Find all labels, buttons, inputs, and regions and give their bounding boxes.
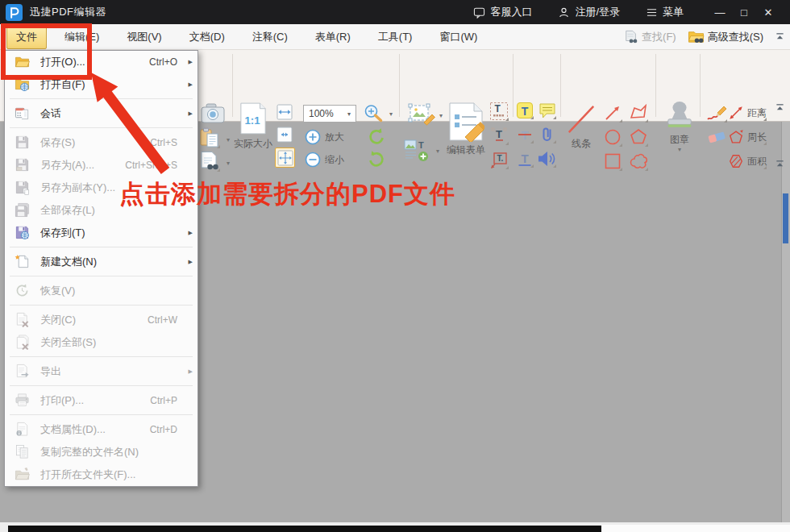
save-copy-icon (15, 180, 32, 196)
menubar-item-document[interactable]: 文档(D) (180, 25, 235, 49)
maximize-button[interactable]: □ (732, 6, 756, 19)
file-menu-item-label: 关闭(C) (40, 313, 148, 327)
file-menu-item-save-copy[interactable]: 另存为副本(Y)... (5, 177, 198, 199)
rotate-left-icon[interactable] (367, 127, 386, 147)
close-button[interactable]: ✕ (756, 6, 780, 19)
file-menu-item-new-doc[interactable]: 新建文档(N)▶ (5, 251, 198, 273)
svg-text:T: T (521, 152, 528, 165)
file-menu-item-copy-filename[interactable]: 复制完整的文件名(N) (5, 441, 198, 463)
edit-form-button[interactable]: 编辑表单 (443, 102, 489, 157)
sound-icon[interactable] (537, 150, 556, 168)
right-panel-strip[interactable] (781, 122, 790, 522)
file-menu-item-save-all[interactable]: 全部保存(L) (5, 199, 198, 222)
eraser-tool-icon[interactable] (707, 130, 726, 144)
close-all-icon (15, 335, 32, 351)
line-tool-button[interactable]: 线条 (563, 102, 599, 151)
text-field-icon[interactable]: T (489, 102, 509, 121)
collapse-ribbon-icon[interactable] (775, 32, 785, 41)
file-menu-item-shortcut: Ctrl+Shift+S (125, 160, 177, 171)
search-doc-icon[interactable] (199, 151, 220, 172)
paste-icon[interactable] (199, 127, 220, 148)
svg-text:T: T (418, 140, 424, 150)
file-menu-item-open-location[interactable]: 打开所在文件夹(F)... (5, 463, 198, 486)
zoom-level-select[interactable]: 100% ▾ (303, 105, 356, 123)
strikeout-text-icon[interactable]: T (516, 126, 534, 143)
area-tool-button[interactable]: 面积 (728, 153, 767, 169)
rotate-right-icon[interactable] (367, 150, 386, 169)
snapshot-camera-icon[interactable] (201, 103, 225, 124)
menubar-item-tools[interactable]: 工具(T) (368, 25, 422, 49)
marquee-zoom-icon[interactable] (363, 103, 384, 123)
file-menu-item-close[interactable]: 关闭(C)Ctrl+W (5, 309, 198, 331)
file-menu-item-open[interactable]: 打开(O)...Ctrl+O▶ (5, 51, 198, 73)
copy-name-icon (15, 444, 32, 460)
minimize-button[interactable]: — (708, 6, 732, 19)
file-menu-separator (5, 273, 198, 280)
distance-tool-button[interactable]: 距离 (728, 105, 767, 121)
collapse-toolbar-top-icon[interactable] (775, 103, 785, 112)
submenu-arrow-icon: ▶ (184, 230, 193, 236)
rectangle-shape-icon[interactable] (603, 152, 622, 171)
file-menu-item-label: 文档属性(D)... (40, 422, 150, 437)
service-entry-button[interactable]: 客服入口 (473, 5, 532, 19)
fit-page-icon[interactable] (275, 148, 295, 168)
collapse-toolbar-bottom-icon[interactable] (775, 160, 785, 168)
stamp-button[interactable]: 图章 ▾ (661, 101, 698, 151)
doc-props-icon (15, 422, 32, 438)
stamp-icon (663, 101, 696, 131)
file-menu-item-open-from[interactable]: 打开自(F)▶ (5, 73, 198, 96)
revert-icon (15, 283, 32, 299)
underline-text-icon[interactable]: T (516, 150, 534, 168)
menubar-item-comment[interactable]: 注释(C) (243, 25, 297, 49)
menubar-item-edit[interactable]: 编辑(E) (55, 25, 109, 49)
file-menu-item-label: 复制完整的文件名(N) (40, 445, 177, 459)
login-button[interactable]: 注册/登录 (558, 5, 620, 19)
file-menu-item-label: 保存到(T) (40, 226, 177, 240)
highlight-text-icon[interactable]: T (516, 102, 534, 119)
fit-width-icon[interactable] (276, 103, 293, 121)
file-menu-item-revert[interactable]: 恢复(V) (5, 280, 198, 302)
file-menu-item-save-as[interactable]: 另存为(A)...Ctrl+Shift+S (5, 154, 198, 177)
file-menu-item-close-all[interactable]: 关闭全部(S) (5, 331, 198, 354)
circle-shape-icon[interactable] (603, 127, 622, 147)
session-icon (15, 106, 32, 122)
distance-icon (728, 105, 744, 121)
add-content-icon[interactable]: T (404, 139, 431, 163)
sticky-note-icon[interactable] (538, 102, 556, 119)
menubar-item-window[interactable]: 窗口(W) (430, 25, 487, 49)
pencil-tool-icon[interactable] (706, 103, 727, 123)
edit-object-caret: ▾ (439, 113, 443, 119)
submenu-arrow-icon: ▶ (184, 259, 193, 265)
menubar-item-form[interactable]: 表单(R) (306, 25, 360, 49)
svg-text:T.: T. (497, 154, 504, 163)
advanced-find-button[interactable]: 高级查找(S) (688, 29, 763, 44)
actual-size-button[interactable]: 1:1 实际大小 (234, 102, 272, 151)
menubar-item-file[interactable]: 文件 (6, 25, 47, 49)
attachment-icon[interactable] (538, 126, 556, 143)
menubar-items: 文件编辑(E)视图(V)文档(D)注释(C)表单(R)工具(T)窗口(W) (0, 24, 491, 49)
fit-visible-icon[interactable] (276, 126, 293, 143)
file-menu-item-save-to[interactable]: 保存到(T)▶ (5, 222, 198, 244)
cloud-shape-icon[interactable] (629, 152, 648, 171)
file-menu-item-session[interactable]: 会话▶ (5, 102, 198, 125)
polygon-shape-icon[interactable] (629, 127, 648, 147)
polyline-shape-icon[interactable] (629, 103, 648, 123)
titlebar: 迅捷PDF编辑器 客服入口 注册/登录 菜单 — □ ✕ (0, 0, 790, 24)
edit-object-icon[interactable] (407, 103, 436, 126)
right-panel-tab[interactable] (783, 193, 788, 243)
find-button[interactable]: 查找(F) (624, 30, 676, 44)
text-box-icon[interactable]: T. (489, 150, 509, 169)
zoom-out-button[interactable]: 缩小 (304, 151, 344, 168)
app-menu-button[interactable]: 菜单 (646, 5, 684, 19)
file-menu-item-save[interactable]: 保存(S)Ctrl+S (5, 131, 198, 154)
file-menu-item-print[interactable]: 打印(P)...Ctrl+P (5, 389, 198, 412)
file-menu-item-doc-props[interactable]: 文档属性(D)...Ctrl+D (5, 418, 198, 441)
file-menu-item-export[interactable]: 导出▶ (5, 360, 198, 383)
menubar-item-view[interactable]: 视图(V) (117, 25, 171, 49)
area-icon (728, 153, 744, 169)
chat-bubble-icon (473, 6, 485, 19)
arrow-shape-icon[interactable] (603, 103, 622, 123)
zoom-in-button[interactable]: 放大 (304, 128, 344, 146)
text-line-icon[interactable]: T (489, 126, 509, 145)
perimeter-tool-button[interactable]: 周长 (728, 129, 767, 145)
